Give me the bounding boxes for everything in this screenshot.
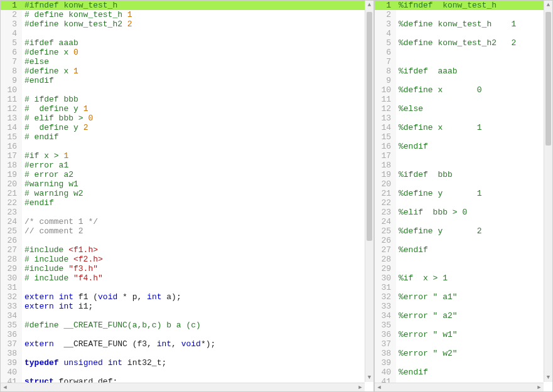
code-line[interactable]: 15# endif [1,132,373,142]
code-content[interactable] [22,283,373,292]
code-line[interactable]: 21%define y 1 [375,189,552,198]
code-line[interactable]: 35 [375,320,552,330]
code-content[interactable] [396,339,552,349]
code-content[interactable]: #ifdef aaab [22,38,373,48]
code-line[interactable]: 1#ifndef konw_test_h [1,1,373,10]
code-content[interactable]: // comment 2 [22,226,373,236]
scroll-right-icon[interactable]: ▶ [535,383,544,391]
code-line[interactable]: 2 [375,10,552,19]
code-content[interactable]: %ifdef bbb [396,170,552,179]
code-line[interactable]: 32extern int f1 (void * p, int a); [1,292,373,302]
code-content[interactable]: # define y 2 [22,123,373,132]
code-content[interactable]: #else [22,57,373,66]
code-content[interactable] [22,330,373,339]
code-line[interactable]: 6 [375,48,552,57]
right-editor[interactable]: 1%ifndef konw_test_h23%define konw_test_… [375,1,552,391]
code-content[interactable]: %endif [396,368,552,377]
scroll-down-icon[interactable]: ▼ [544,373,552,382]
code-content[interactable] [396,114,552,123]
code-content[interactable]: #endif [22,198,373,208]
code-content[interactable]: %define x 1 [396,123,552,132]
code-line[interactable]: 33 [375,302,552,311]
left-horizontal-scrollbar[interactable]: ◀ ▶ [1,383,365,391]
code-content[interactable] [22,29,373,38]
code-line[interactable]: 5#ifdef aaab [1,38,373,48]
code-content[interactable]: # include "f4.h" [22,273,373,283]
code-line[interactable]: 37 [375,339,552,349]
code-content[interactable] [396,161,552,170]
code-content[interactable]: %if x > 1 [396,273,552,283]
code-line[interactable]: 30# include "f4.h" [1,273,373,283]
code-line[interactable]: 31 [1,283,373,292]
code-content[interactable] [396,132,552,142]
code-line[interactable]: 20#warning w1 [1,179,373,189]
code-content[interactable]: # endif [22,132,373,142]
code-content[interactable] [396,302,552,311]
code-line[interactable]: 8#define x 1 [1,66,373,76]
code-content[interactable]: %define x 0 [396,85,552,95]
code-line[interactable]: 6#define x 0 [1,48,373,57]
code-line[interactable]: 38 [1,349,373,358]
code-line[interactable]: 34 [1,311,373,320]
code-content[interactable] [396,179,552,189]
code-content[interactable] [22,311,373,320]
scroll-down-icon[interactable]: ▼ [365,373,373,382]
right-scroll-thumb[interactable] [545,12,551,146]
code-line[interactable]: 4 [375,29,552,38]
code-content[interactable]: %error " a2" [396,311,552,320]
code-line[interactable]: 14# define y 2 [1,123,373,132]
code-line[interactable]: 30%if x > 1 [375,273,552,283]
scroll-left-icon[interactable]: ◀ [1,383,9,391]
code-content[interactable]: #define __CREATE_FUNC(a,b,c) b a (c) [22,320,373,330]
right-horizontal-scrollbar[interactable]: ◀ ▶ [375,383,544,391]
code-content[interactable]: # error a2 [22,170,373,179]
code-content[interactable] [22,368,373,377]
code-content[interactable]: %ifdef aaab [396,66,552,76]
code-line[interactable]: 13 [375,114,552,123]
code-line[interactable]: 2# define konw_test_h 1 [1,10,373,19]
code-line[interactable]: 31 [375,283,552,292]
code-line[interactable]: 10%define x 0 [375,85,552,95]
code-line[interactable]: 26 [375,236,552,245]
code-content[interactable] [396,283,552,292]
scroll-up-icon[interactable]: ▲ [365,1,373,9]
code-line[interactable]: 29#include "f3.h" [1,264,373,273]
code-line[interactable]: 37extern __CREATE_FUNC (f3, int, void*); [1,339,373,349]
code-content[interactable]: # define konw_test_h 1 [22,10,373,19]
code-line[interactable]: 40%endif [375,368,552,377]
scroll-left-icon[interactable]: ◀ [375,383,384,391]
code-line[interactable]: 25%define y 2 [375,226,552,236]
code-content[interactable] [396,217,552,226]
code-content[interactable]: %define y 1 [396,189,552,198]
code-content[interactable]: extern int f1 (void * p, int a); [22,292,373,302]
code-line[interactable]: 24/* comment 1 */ [1,217,373,226]
code-content[interactable] [396,151,552,161]
code-content[interactable]: #include "f3.h" [22,264,373,273]
code-content[interactable] [396,198,552,208]
code-content[interactable] [396,10,552,19]
code-line[interactable]: 36 [1,330,373,339]
code-line[interactable]: 22 [375,198,552,208]
code-line[interactable]: 4 [1,29,373,38]
code-content[interactable] [22,85,373,95]
code-content[interactable]: %error " a1" [396,292,552,302]
code-content[interactable]: %error " w1" [396,330,552,339]
code-line[interactable]: 16%endif [375,142,552,151]
left-vertical-scrollbar[interactable]: ▲ ▼ [365,1,373,382]
code-line[interactable]: 3#define konw_test_h2 2 [1,19,373,29]
code-content[interactable]: #if x > 1 [22,151,373,161]
code-content[interactable]: #define x 1 [22,66,373,76]
code-line[interactable]: 12%else [375,104,552,114]
code-line[interactable]: 15 [375,132,552,142]
code-line[interactable]: 8%ifdef aaab [375,66,552,76]
code-line[interactable]: 36%error " w1" [375,330,552,339]
code-line[interactable]: 12# define y 1 [1,104,373,114]
code-line[interactable]: 17#if x > 1 [1,151,373,161]
code-content[interactable] [22,349,373,358]
code-content[interactable] [396,29,552,38]
code-content[interactable] [22,236,373,245]
code-content[interactable]: # ifdef bbb [22,95,373,104]
code-content[interactable] [396,320,552,330]
code-line[interactable]: 21# warning w2 [1,189,373,198]
code-content[interactable]: #endif [22,76,373,85]
